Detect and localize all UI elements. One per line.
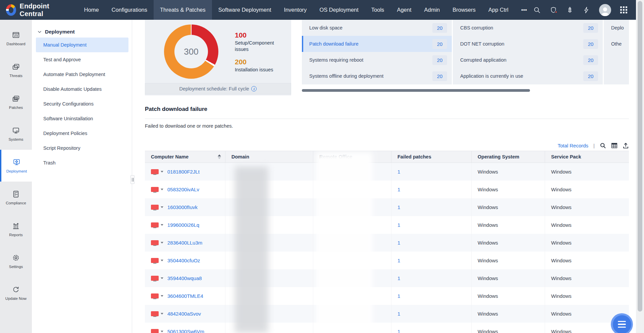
failed-patches-link[interactable]: 1	[397, 204, 400, 210]
computer-name-link[interactable]: 5061300Sw6Vm	[167, 329, 204, 333]
flash-icon[interactable]	[583, 6, 590, 14]
computer-name-link[interactable]: 0181800F2JLt	[167, 169, 200, 175]
issue-patch-download-failure[interactable]: Patch download failure 20	[302, 36, 452, 52]
failed-patches-link[interactable]: 1	[397, 275, 400, 281]
col-header-computer-name[interactable]: Computer Name	[145, 151, 225, 162]
col-header-remote-office[interactable]: Remote Office	[313, 151, 391, 162]
col-header-domain[interactable]: Domain	[225, 151, 313, 162]
computer-dropdown-caret[interactable]	[161, 206, 163, 208]
vertical-scrollbar-track[interactable]	[636, 0, 644, 333]
rail-item-compliance[interactable]: Compliance	[0, 182, 32, 213]
column-chooser-icon[interactable]	[611, 142, 618, 149]
failed-patches-link[interactable]: 1	[397, 311, 400, 317]
nav-tab-browsers[interactable]: Browsers	[446, 0, 482, 20]
submenu-item-trash[interactable]: Trash	[36, 155, 128, 170]
submenu-item-test-and-approve[interactable]: Test and Approve	[36, 52, 128, 67]
nav-tab-home[interactable]: Home	[78, 0, 105, 20]
issues-donut-chart[interactable]: 300	[164, 24, 218, 79]
legend-installation[interactable]: 200 Installation issues	[235, 58, 288, 73]
vertical-scrollbar-thumb[interactable]	[638, 1, 642, 312]
submenu-item-deployment-policies[interactable]: Deployment Policies	[36, 126, 128, 141]
issue-low-disk-space[interactable]: Low disk space 20	[302, 20, 452, 36]
info-icon[interactable]: i	[251, 86, 257, 91]
issue-count-badge[interactable]: 20	[432, 55, 447, 65]
rail-item-dashboard[interactable]: Dashboard	[0, 22, 32, 54]
search-icon[interactable]	[533, 6, 541, 14]
issue-count-badge[interactable]: 20	[583, 71, 598, 81]
sidebar-splitter-handle[interactable]	[130, 175, 135, 184]
nav-tab-tools[interactable]: Tools	[365, 0, 391, 20]
issue-count-badge[interactable]: 20	[583, 39, 598, 49]
total-records-link[interactable]: Total Records	[557, 143, 588, 148]
nav-tab-admin[interactable]: Admin	[418, 0, 446, 20]
computer-name-link[interactable]: 1603000fIuvk	[167, 204, 198, 210]
brand[interactable]: Endpoint Central	[0, 2, 78, 18]
nav-tab-inventory[interactable]: Inventory	[278, 0, 313, 20]
nav-tab-agent[interactable]: Agent	[390, 0, 418, 20]
submenu-header[interactable]: Deployment	[37, 29, 132, 35]
submenu-item-automate-patch-deployment[interactable]: Automate Patch Deployment	[36, 67, 128, 82]
submenu-item-script-repository[interactable]: Script Repository	[36, 141, 128, 155]
rail-item-patches[interactable]: Patches	[0, 86, 32, 118]
shield-icon[interactable]	[550, 6, 557, 14]
table-search-icon[interactable]	[600, 142, 606, 149]
submenu-item-disable-automatic-updates[interactable]: Disable Automatic Updates	[36, 82, 128, 96]
computer-name-link[interactable]: 2836400LLu3m	[167, 240, 202, 246]
rocket-icon[interactable]	[566, 6, 574, 14]
issue-cbs-corruption[interactable]: CBS corruption 20	[453, 20, 603, 36]
nav-more-icon[interactable]: •••	[515, 0, 533, 20]
rail-item-reports[interactable]: Reports	[0, 213, 32, 245]
computer-name-link[interactable]: 1996000i26Lq	[167, 222, 199, 228]
rail-item-deployment[interactable]: Deployment	[0, 150, 32, 182]
computer-name-link[interactable]: 3504400cfuOz	[167, 258, 200, 263]
issue-count-badge[interactable]: 20	[583, 23, 598, 33]
issue-count-badge[interactable]: 20	[432, 39, 447, 49]
computer-dropdown-caret[interactable]	[161, 171, 163, 173]
issue-dot-net-corruption[interactable]: DOT NET corruption 20	[453, 36, 603, 52]
issue-clipped-2[interactable]: Othe	[604, 36, 629, 52]
failed-patches-link[interactable]: 1	[397, 169, 400, 175]
computer-dropdown-caret[interactable]	[161, 331, 163, 332]
sort-icon[interactable]	[218, 154, 221, 159]
nav-tab-software-deployment[interactable]: Software Deployment	[212, 0, 278, 20]
issue-count-badge[interactable]: 20	[583, 55, 598, 65]
issue-corrupted-application[interactable]: Corrupted application 20	[453, 52, 603, 68]
issue-systems-offline[interactable]: Systems offline during deployment 20	[302, 68, 452, 84]
issue-count-badge[interactable]: 20	[432, 23, 447, 33]
nav-tab-os-deployment[interactable]: OS Deployment	[313, 0, 365, 20]
export-icon[interactable]	[623, 142, 629, 149]
rail-item-settings[interactable]: Settings	[0, 245, 32, 277]
failed-patches-link[interactable]: 1	[397, 222, 400, 228]
issue-count-badge[interactable]: 20	[432, 71, 447, 81]
nav-tab-app-ctrl[interactable]: App Ctrl	[482, 0, 515, 20]
issue-clipped-1[interactable]: Deplo	[604, 20, 629, 36]
computer-dropdown-caret[interactable]	[161, 277, 163, 279]
computer-dropdown-caret[interactable]	[161, 260, 163, 261]
avatar[interactable]	[599, 4, 611, 16]
issues-horizontal-scrollbar[interactable]	[302, 89, 530, 92]
legend-setup-component[interactable]: 100 Setup/Component issues	[235, 31, 288, 53]
rail-item-systems[interactable]: Systems	[0, 118, 32, 150]
computer-name-link[interactable]: 4842400aSvov	[167, 311, 201, 317]
failed-patches-link[interactable]: 1	[397, 258, 400, 263]
computer-dropdown-caret[interactable]	[161, 224, 163, 226]
computer-name-link[interactable]: 3594400wqua8	[167, 275, 202, 281]
issue-application-in-use[interactable]: Application is currently in use 20	[453, 68, 603, 84]
computer-name-link[interactable]: 0583200ivALv	[167, 187, 199, 192]
computer-name-link[interactable]: 3604600TMLE4	[167, 293, 203, 299]
rail-item-threats[interactable]: Threats	[0, 54, 32, 86]
failed-patches-link[interactable]: 1	[397, 329, 400, 333]
failed-patches-link[interactable]: 1	[397, 293, 400, 299]
computer-dropdown-caret[interactable]	[161, 189, 163, 190]
failed-patches-link[interactable]: 1	[397, 240, 400, 246]
rail-item-update-now[interactable]: Update Now	[0, 277, 32, 309]
computer-dropdown-caret[interactable]	[161, 295, 163, 297]
nav-tab-configurations[interactable]: Configurations	[105, 0, 154, 20]
submenu-item-software-uninstallation[interactable]: Software Uninstallation	[36, 111, 128, 126]
submenu-item-manual-deployment[interactable]: Manual Deployment	[36, 38, 128, 52]
col-header-service-pack[interactable]: Service Pack	[545, 151, 629, 162]
col-header-failed-patches[interactable]: Failed patches	[391, 151, 472, 162]
issue-systems-requiring-reboot[interactable]: Systems requiring reboot 20	[302, 52, 452, 68]
computer-dropdown-caret[interactable]	[161, 313, 163, 315]
col-header-operating-system[interactable]: Operating System	[472, 151, 545, 162]
